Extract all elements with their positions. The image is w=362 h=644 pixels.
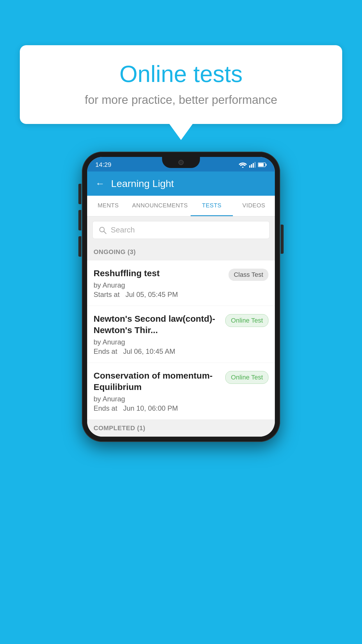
back-button[interactable]: ←	[95, 178, 105, 189]
test-badge-3: Online Test	[225, 371, 268, 384]
svg-rect-7	[266, 164, 267, 166]
app-title: Learning Light	[111, 178, 174, 189]
svg-line-9	[104, 231, 106, 234]
test-date-label-2: Ends at	[94, 347, 117, 355]
search-container: Search	[87, 216, 275, 244]
test-date-value-3: Jun 10, 06:00 PM	[123, 404, 178, 412]
test-date-2: Ends at Jul 06, 10:45 AM	[94, 347, 221, 356]
status-time: 14:29	[95, 161, 111, 169]
test-info-2: Newton's Second law(contd)-Newton's Thir…	[94, 313, 225, 356]
test-badge-1: Class Test	[229, 269, 268, 281]
test-item[interactable]: Conservation of momentum-Equilibrium by …	[87, 363, 275, 420]
test-date-value-1: Jul 05, 05:45 PM	[125, 290, 178, 298]
test-name-2: Newton's Second law(contd)-Newton's Thir…	[94, 313, 221, 336]
test-author-3: by Anurag	[94, 395, 221, 403]
ongoing-section-header: ONGOING (3)	[87, 244, 275, 260]
search-placeholder: Search	[111, 225, 135, 235]
test-date-value-2: Jul 06, 10:45 AM	[123, 347, 175, 355]
completed-section-header: COMPLETED (1)	[87, 420, 275, 437]
phone-frame: 14:29	[82, 152, 280, 442]
test-item[interactable]: Reshuffling test by Anurag Starts at Jul…	[87, 260, 275, 306]
wifi-icon	[239, 162, 247, 168]
speech-bubble-tail	[169, 124, 193, 140]
status-icons	[239, 162, 267, 168]
camera-dot	[178, 160, 184, 165]
tab-bar: MENTS ANNOUNCEMENTS TESTS VIDEOS	[87, 196, 275, 216]
svg-rect-3	[253, 163, 254, 168]
speech-bubble: Online tests for more practice, better p…	[20, 45, 342, 124]
test-info-3: Conservation of momentum-Equilibrium by …	[94, 370, 225, 412]
tab-tests[interactable]: TESTS	[191, 196, 233, 216]
test-date-label-1: Starts at	[94, 290, 120, 298]
tab-announcements[interactable]: ANNOUNCEMENTS	[129, 196, 191, 216]
svg-rect-2	[251, 164, 252, 168]
test-info-1: Reshuffling test by Anurag Starts at Jul…	[94, 267, 229, 299]
speech-bubble-container: Online tests for more practice, better p…	[20, 45, 342, 140]
test-author-1: by Anurag	[94, 281, 224, 289]
test-author-2: by Anurag	[94, 338, 221, 346]
svg-point-0	[242, 167, 244, 168]
test-date-label-3: Ends at	[94, 404, 117, 412]
svg-rect-4	[254, 162, 256, 168]
svg-rect-1	[249, 165, 250, 168]
test-name-3: Conservation of momentum-Equilibrium	[94, 370, 221, 393]
phone-screen: 14:29	[87, 157, 275, 437]
search-bar[interactable]: Search	[92, 221, 270, 239]
test-item[interactable]: Newton's Second law(contd)-Newton's Thir…	[87, 306, 275, 363]
phone-wrapper: 14:29	[82, 152, 280, 442]
app-header: ← Learning Light	[87, 172, 275, 196]
test-list: Reshuffling test by Anurag Starts at Jul…	[87, 260, 275, 420]
test-date-1: Starts at Jul 05, 05:45 PM	[94, 290, 224, 299]
speech-bubble-title: Online tests	[37, 61, 325, 87]
battery-icon	[258, 162, 267, 167]
svg-rect-6	[259, 163, 264, 167]
tab-ments[interactable]: MENTS	[87, 196, 129, 216]
notch	[162, 157, 200, 168]
tab-videos[interactable]: VIDEOS	[233, 196, 275, 216]
signal-icon	[249, 162, 256, 168]
search-icon	[99, 226, 107, 234]
status-bar: 14:29	[87, 157, 275, 172]
test-badge-2: Online Test	[225, 314, 268, 327]
speech-bubble-subtitle: for more practice, better performance	[37, 93, 325, 106]
test-date-3: Ends at Jun 10, 06:00 PM	[94, 404, 221, 412]
test-name-1: Reshuffling test	[94, 267, 224, 279]
